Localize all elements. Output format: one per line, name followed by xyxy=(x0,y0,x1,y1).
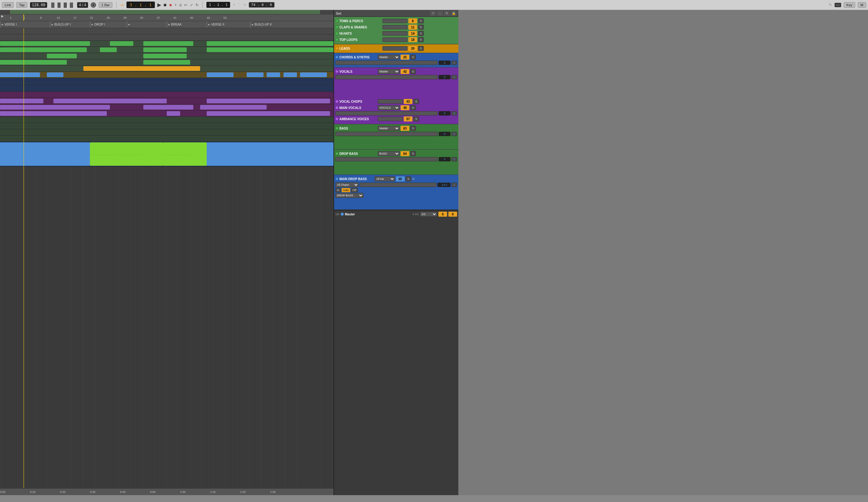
chords-c-btn[interactable]: C xyxy=(452,61,457,65)
claps-send-field[interactable] xyxy=(382,25,407,29)
clip-toploops-2[interactable] xyxy=(143,66,200,71)
master-quantize-select[interactable]: 1/2 xyxy=(420,212,437,217)
auto-btn[interactable]: Auto xyxy=(342,188,351,192)
tempo-display[interactable]: 128.00 xyxy=(30,2,47,8)
midi-button[interactable]: M xyxy=(858,2,866,8)
chords-vol-display[interactable]: 0 xyxy=(439,61,451,65)
vocalchops-send-field[interactable] xyxy=(378,99,403,104)
vocals-c-btn[interactable]: C xyxy=(452,75,457,79)
maindropbass-vol-display[interactable]: -14.0 xyxy=(437,182,451,187)
ambiance-s-btn[interactable]: S xyxy=(413,116,419,122)
bass-send-select[interactable]: Master xyxy=(378,126,400,131)
leads-send-field[interactable] xyxy=(382,46,407,51)
mainvocals-send-select[interactable]: VOCALS xyxy=(378,105,400,110)
time-sig[interactable]: 4 / 4 xyxy=(77,2,88,8)
clip-claps-3[interactable] xyxy=(143,48,187,52)
vocals-send-select[interactable]: Master xyxy=(378,69,400,74)
clip-vocals2-2[interactable] xyxy=(53,99,130,103)
scene-blank[interactable] xyxy=(127,21,131,28)
clip-vocals3-5[interactable] xyxy=(207,105,267,109)
clip-hihats-1[interactable] xyxy=(0,60,67,65)
loop-start[interactable]: 1 . 1 . 1 xyxy=(206,2,230,8)
chords-send-select[interactable]: Master xyxy=(378,55,400,60)
clip-leads-4[interactable] xyxy=(247,72,263,77)
clip-leads-5[interactable] xyxy=(267,72,280,77)
bass-s-btn[interactable]: S xyxy=(410,126,416,131)
hihats-send-field[interactable] xyxy=(382,31,407,35)
clip-leads-2[interactable] xyxy=(47,72,63,77)
chords-number[interactable]: 25 xyxy=(401,55,409,60)
mainvocals-vol-fader[interactable] xyxy=(335,111,438,115)
leads-s-btn[interactable]: S xyxy=(418,46,424,51)
dropbass-c-btn[interactable]: C xyxy=(452,157,457,161)
clip-vocals3-3[interactable] xyxy=(167,105,193,109)
clip-maindrop-2[interactable]: · · · · · · · · · · · · · · · · · · · · … xyxy=(90,142,163,166)
clip-vocals2-1[interactable] xyxy=(0,99,43,103)
bass-c-btn[interactable]: C xyxy=(452,132,457,136)
toms-number[interactable]: 8 xyxy=(409,18,417,23)
tap-button[interactable]: Tap xyxy=(16,2,28,8)
clip-vocals3-1[interactable] xyxy=(0,105,110,109)
maindropbass-send-bot[interactable]: DROP BASS xyxy=(335,193,363,198)
hihats-number[interactable]: 14 xyxy=(409,31,417,36)
clip-toms-2[interactable] xyxy=(110,41,133,46)
clip-maindrop-3[interactable]: · · · · · · · · · · · · · · · · · · · · … xyxy=(163,142,207,166)
vocals-s-btn[interactable]: S xyxy=(410,69,416,74)
clip-claps-4[interactable] xyxy=(207,48,333,52)
clip-toms-4[interactable] xyxy=(207,41,333,46)
zoom-in-btn[interactable]: + xyxy=(430,11,436,16)
master-vol-left[interactable]: 0 xyxy=(438,212,447,217)
in-btn[interactable]: In xyxy=(335,188,341,192)
lock-btn[interactable]: 🔒 xyxy=(451,11,456,16)
vocals-vol-display[interactable]: 0 xyxy=(439,75,451,79)
ambiance-number[interactable]: 57 xyxy=(404,116,412,122)
off-btn[interactable]: Off xyxy=(351,188,358,192)
clip-vocals2-5[interactable] xyxy=(207,99,330,103)
leads-number[interactable]: 20 xyxy=(409,46,417,51)
toms-s-btn[interactable]: S xyxy=(418,18,424,23)
mainvocals-s-btn[interactable]: S xyxy=(410,105,416,110)
vocals-vol-fader[interactable] xyxy=(335,75,438,79)
dropbass-vol-display[interactable]: 0 xyxy=(439,157,451,161)
dropbass-send-select[interactable]: BASS xyxy=(378,151,400,156)
clip-leads-7[interactable] xyxy=(300,72,327,77)
play-button[interactable]: ▶ xyxy=(157,2,161,8)
chords-vol-fader[interactable] xyxy=(335,61,438,65)
clip-toms-3[interactable] xyxy=(143,41,193,46)
dropbass-vol-fader[interactable] xyxy=(335,157,438,161)
vocalchops-number[interactable]: 43 xyxy=(404,99,412,104)
clip-vocals2-3[interactable] xyxy=(123,99,150,103)
master-vol-right[interactable]: 0 xyxy=(448,212,457,217)
bass-vol-fader[interactable] xyxy=(335,132,438,136)
clip-vocals2-4[interactable] xyxy=(147,99,167,103)
scene-verse2[interactable]: VERSE II xyxy=(207,21,224,28)
clip-hihats-2[interactable] xyxy=(143,60,190,65)
clip-leads-1[interactable] xyxy=(0,72,40,77)
scene-break[interactable]: BREAK xyxy=(167,21,182,28)
clip-maindrop-1[interactable] xyxy=(0,142,90,166)
clip-leads-6[interactable] xyxy=(283,72,297,77)
clip-maindrop-4[interactable] xyxy=(207,142,333,166)
loop-end[interactable]: 74 . 0 . 0 xyxy=(249,2,275,8)
mainvocals-c-btn[interactable]: C xyxy=(452,111,457,115)
mainvocals-vol-display[interactable]: 0 xyxy=(439,111,451,115)
bass-vol-display[interactable]: 0 xyxy=(439,132,451,136)
ambiance-send-field[interactable] xyxy=(378,117,403,121)
toploops-send-field[interactable] xyxy=(382,38,407,42)
chords-s-btn[interactable]: S xyxy=(410,55,416,60)
bass-number[interactable]: 63 xyxy=(401,126,409,131)
dropbass-number[interactable]: 64 xyxy=(401,151,409,156)
quantize-select[interactable]: 1 Bar xyxy=(99,2,112,8)
key-button[interactable]: Key xyxy=(844,2,855,8)
stop-button[interactable]: ■ xyxy=(164,2,167,8)
toploops-number[interactable]: 18 xyxy=(409,37,417,42)
clip-claps-2[interactable] xyxy=(100,48,116,52)
transport-time[interactable]: 3 . 1 . 1 xyxy=(126,2,155,8)
maindropbass-s-btn[interactable]: S xyxy=(406,176,411,181)
clip-claps-1[interactable] xyxy=(0,48,87,52)
mainvocals-number[interactable]: 48 xyxy=(401,105,409,110)
vocalchops-s-btn[interactable]: S xyxy=(413,99,419,104)
clip-vocals4-2[interactable] xyxy=(167,111,180,116)
maindropbass-vol-fader[interactable] xyxy=(360,182,436,187)
edit-btn[interactable]: ✎ xyxy=(444,11,450,16)
